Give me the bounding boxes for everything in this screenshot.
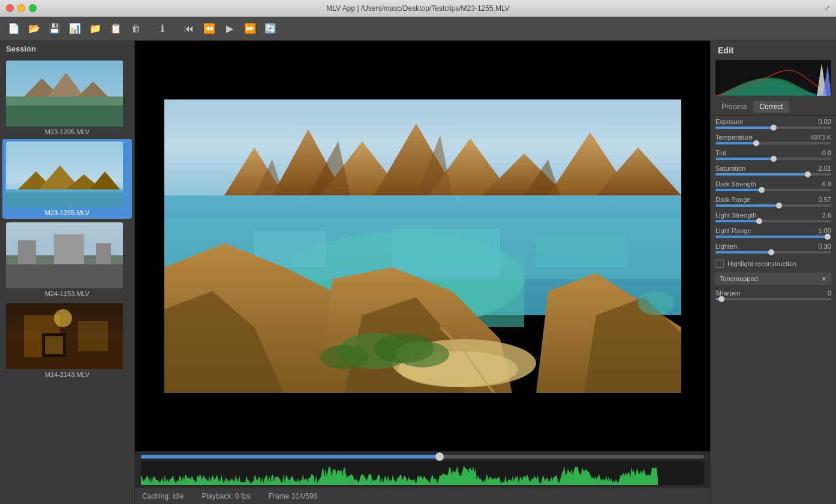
temperature-fill: [715, 142, 756, 144]
info-button[interactable]: ℹ: [154, 20, 172, 38]
svg-rect-16: [54, 234, 84, 264]
tab-process[interactable]: Process: [715, 101, 753, 113]
light-strength-track[interactable]: [715, 220, 831, 222]
progress-handle[interactable]: [435, 452, 444, 461]
save-button[interactable]: 💾: [46, 20, 64, 38]
lighten-handle[interactable]: [768, 249, 774, 255]
exposure-fill: [715, 126, 774, 129]
video-image: [164, 99, 681, 393]
svg-point-57: [320, 345, 368, 369]
edit-panel: Edit: [710, 41, 836, 504]
sharpen-label: Sharpen: [715, 289, 741, 297]
session-label-4: M14-2143.MLV: [6, 371, 128, 378]
temperature-value: 4973 K: [810, 134, 831, 141]
lighten-track[interactable]: [715, 251, 831, 253]
lighten-label: Lighten: [715, 243, 737, 250]
light-range-fill: [715, 236, 828, 238]
sidebar-item-m23-1255[interactable]: M23-1255.MLV: [2, 139, 132, 219]
maximize-button[interactable]: [29, 4, 37, 12]
saturation-value: 2.01: [819, 165, 831, 172]
sharpen-track[interactable]: [715, 298, 831, 300]
thumb-image-2: [6, 141, 123, 207]
slider-light-strength: Light Strength 2.6: [711, 209, 836, 225]
exposure-value: 0.00: [819, 118, 831, 125]
close-button[interactable]: [6, 4, 14, 12]
dark-strength-track[interactable]: [715, 189, 831, 191]
dropdown-arrow-icon: ▼: [821, 276, 827, 282]
light-strength-value: 2.6: [822, 212, 831, 219]
expand-icon[interactable]: ⤢: [825, 4, 830, 12]
light-strength-fill: [715, 220, 759, 222]
saturation-track[interactable]: [715, 173, 831, 176]
play-button[interactable]: ▶: [221, 20, 239, 38]
progress-fill: [141, 455, 440, 458]
session-thumb-4: [6, 303, 123, 369]
light-range-track[interactable]: [715, 236, 831, 238]
highlight-reconstruction-checkbox[interactable]: [715, 259, 724, 268]
light-strength-handle[interactable]: [756, 218, 762, 224]
tonemapped-dropdown[interactable]: Tonemapped ▼: [715, 273, 831, 285]
waveform: // Generate waveform bars: [141, 461, 704, 485]
titlebar: MLV App | /Users/masc/Desktop/Testclips/…: [0, 0, 836, 17]
tint-label: Tint: [715, 149, 726, 156]
session-thumb-2: [6, 141, 123, 207]
window-controls[interactable]: [6, 4, 37, 12]
sidebar-header: Session: [0, 41, 134, 57]
caching-status: Caching: idle: [142, 492, 184, 500]
thumb-image-4: [6, 303, 123, 369]
sidebar-item-m14-2143[interactable]: M14-2143.MLV: [2, 301, 132, 381]
highlight-reconstruction-row: Highlight reconstruction: [711, 256, 836, 271]
thumb-image-3: [6, 222, 123, 288]
export-button[interactable]: 📊: [66, 20, 84, 38]
copy-button[interactable]: 📋: [107, 20, 125, 38]
slider-saturation: Saturation 2.01: [711, 162, 836, 178]
main-layout: Session: [0, 41, 836, 504]
slider-dark-strength: Dark Strength 6.9: [711, 178, 836, 194]
dark-strength-handle[interactable]: [759, 187, 765, 193]
session-label-2: M23-1255.MLV: [6, 209, 128, 216]
prev-button[interactable]: ⏮: [180, 20, 198, 38]
sharpen-handle[interactable]: [718, 296, 724, 302]
tint-track[interactable]: [715, 158, 831, 160]
slider-temperature: Temperature 4973 K: [711, 131, 836, 147]
lighten-value: 0.30: [819, 243, 831, 250]
highlight-reconstruction-label: Highlight reconstruction: [727, 260, 796, 267]
tab-correct[interactable]: Correct: [753, 101, 789, 113]
svg-point-25: [54, 309, 72, 327]
dark-range-value: 0.57: [819, 196, 831, 203]
sidebar-item-m23-1205[interactable]: M23-1205.MLV: [2, 58, 132, 138]
dark-strength-fill: [715, 189, 762, 191]
temperature-track[interactable]: [715, 142, 831, 144]
tint-handle[interactable]: [771, 156, 777, 162]
slider-tint: Tint 0.0: [711, 147, 836, 162]
exposure-handle[interactable]: [771, 125, 777, 131]
progress-track[interactable]: [141, 455, 704, 458]
delete-button[interactable]: 🗑: [127, 20, 145, 38]
toolbar: 📄 📂 💾 📊 📁 📋 🗑 ℹ ⏮ ⏪ ▶ ⏩ 🔄: [0, 17, 836, 41]
tonemapped-dropdown-row: Tonemapped ▼: [711, 271, 836, 287]
frame-status: Frame 314/596: [269, 492, 317, 500]
saturation-handle[interactable]: [805, 171, 811, 177]
minimize-button[interactable]: [17, 4, 25, 12]
tonemapped-label: Tonemapped: [720, 275, 758, 282]
exposure-track[interactable]: [715, 126, 831, 129]
sidebar: Session: [0, 41, 135, 504]
open-folder-button[interactable]: 📂: [25, 20, 43, 38]
temperature-handle[interactable]: [753, 140, 759, 146]
rewind-button[interactable]: ⏪: [200, 20, 218, 38]
forward-button[interactable]: ⏩: [241, 20, 259, 38]
temperature-label: Temperature: [715, 134, 753, 141]
dark-range-handle[interactable]: [776, 203, 782, 209]
dark-range-track[interactable]: [715, 204, 831, 207]
tint-value: 0.0: [822, 149, 831, 156]
loop-button[interactable]: 🔄: [261, 20, 279, 38]
dark-range-fill: [715, 204, 779, 207]
import-button[interactable]: 📁: [86, 20, 104, 38]
light-range-handle[interactable]: [825, 234, 831, 240]
new-file-button[interactable]: 📄: [5, 20, 23, 38]
playback-status: Playback: 0 fps: [202, 492, 250, 500]
edit-header: Edit: [711, 41, 836, 58]
video-area: // Generate waveform bars Caching: idle …: [135, 41, 710, 504]
sidebar-item-m24-1153[interactable]: M24-1153.MLV: [2, 220, 132, 300]
sliders-container: Exposure 0.00 Temperature 4973 K: [711, 116, 836, 256]
